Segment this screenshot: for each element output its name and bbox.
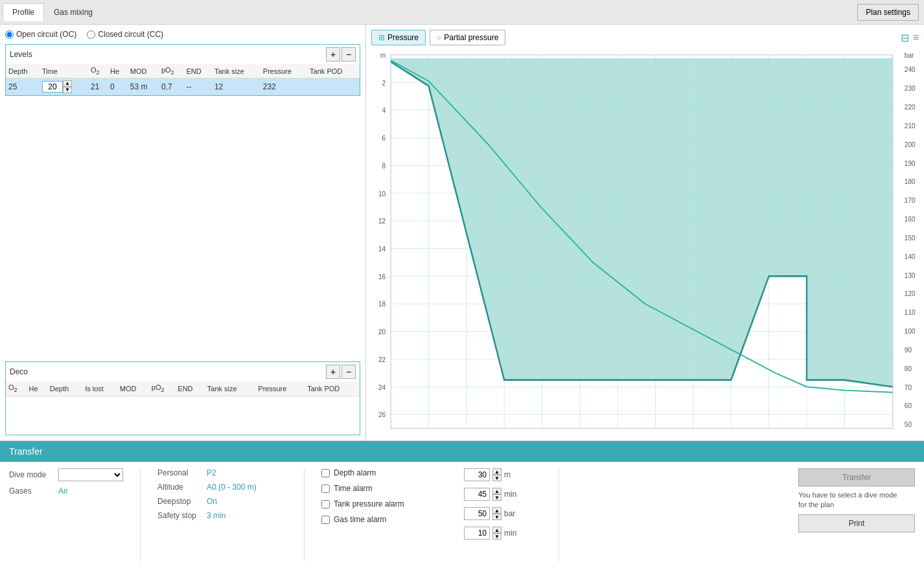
partial-label: Partial pressure — [444, 33, 498, 42]
svg-text:22': 22' — [802, 435, 811, 435]
pressure-button[interactable]: ⊞ Pressure — [371, 30, 426, 45]
time-input[interactable] — [42, 81, 63, 93]
depth-alarm-checkbox[interactable] — [321, 469, 330, 477]
col-o2: O2 — [88, 64, 108, 78]
svg-text:80: 80 — [905, 365, 912, 372]
svg-text:6': 6' — [502, 435, 507, 435]
gas-time-alarm-down[interactable]: ▼ — [492, 533, 502, 540]
altitude-row: Altitude A0 (0 - 300 m) — [157, 483, 287, 492]
levels-add-button[interactable]: + — [326, 47, 340, 62]
svg-text:2': 2' — [426, 435, 432, 435]
altitude-value: A0 (0 - 300 m) — [207, 483, 257, 492]
deco-header: Deco + − — [6, 362, 360, 382]
deco-title: Deco — [10, 367, 28, 376]
time-down[interactable]: ▼ — [63, 87, 72, 93]
svg-text:22: 22 — [378, 356, 386, 363]
settings-icon[interactable]: ≡ — [913, 32, 919, 44]
tank-pressure-alarm-label: Tank pressure alarm — [334, 499, 404, 508]
pressure-label: Pressure — [387, 33, 419, 42]
svg-text:4: 4 — [382, 107, 386, 114]
deco-col-end: END — [175, 382, 205, 396]
cell-tank-pod — [307, 78, 360, 96]
deco-remove-button[interactable]: − — [341, 365, 356, 379]
tank-pressure-alarm-row: Tank pressure alarm — [321, 499, 451, 508]
svg-text:24: 24 — [378, 383, 386, 391]
svg-text:230: 230 — [905, 85, 916, 92]
open-circuit-radio[interactable] — [5, 30, 14, 39]
depth-alarm-up[interactable]: ▲ — [492, 468, 502, 475]
svg-text:170: 170 — [905, 197, 916, 204]
depth-alarm-down[interactable]: ▼ — [492, 475, 502, 481]
levels-remove-button[interactable]: − — [341, 47, 356, 62]
gas-time-alarm-spin: ▲ ▼ — [492, 527, 502, 540]
gas-time-alarm-checkbox[interactable] — [321, 516, 330, 524]
deco-buttons: + − — [326, 365, 356, 379]
alarm-checkboxes: Depth alarm Time alarm Tank pressure ala… — [321, 468, 451, 562]
col-pressure: Pressure — [260, 64, 307, 78]
transfer-col-info: Personal P2 Altitude A0 (0 - 300 m) Deep… — [157, 468, 287, 562]
filter-icon[interactable]: ⊟ — [901, 32, 909, 44]
cell-end: -- — [184, 78, 212, 96]
svg-text:150: 150 — [905, 234, 916, 242]
dive-mode-select[interactable] — [58, 468, 123, 481]
depth-alarm-row: Depth alarm — [321, 468, 451, 477]
time-alarm-down[interactable]: ▼ — [492, 494, 502, 501]
svg-text:4': 4' — [464, 435, 469, 435]
gas-time-alarm-up[interactable]: ▲ — [492, 527, 502, 533]
partial-pressure-button[interactable]: ○ Partial pressure — [430, 30, 505, 45]
tab-profile[interactable]: Profile — [3, 3, 44, 21]
gas-time-alarm-label: Gas time alarm — [334, 515, 386, 524]
depth-alarm-unit: m — [504, 470, 511, 479]
left-panel: Open circuit (OC) Closed circuit (CC) Le… — [0, 25, 366, 440]
cell-o2: 21 — [88, 78, 108, 96]
tank-pressure-alarm-val-row: ▲ ▼ bar — [464, 507, 542, 520]
svg-text:210: 210 — [905, 122, 916, 130]
time-alarm-checkbox[interactable] — [321, 484, 330, 493]
time-alarm-row: Time alarm — [321, 484, 451, 493]
deco-add-button[interactable]: + — [326, 365, 340, 379]
time-alarm-input[interactable] — [464, 488, 490, 501]
pressure-icon: ⊞ — [378, 33, 385, 42]
col-end: END — [184, 64, 212, 78]
cell-tank-size: 12 — [212, 78, 260, 96]
cell-mod: 53 m — [128, 78, 159, 96]
safety-stop-row: Safety stop 3 min — [157, 511, 287, 520]
svg-text:200: 200 — [905, 141, 916, 148]
safety-stop-value: 3 min — [207, 511, 225, 520]
dive-mode-row: Dive mode — [9, 468, 123, 481]
tank-pressure-alarm-checkbox[interactable] — [321, 500, 330, 508]
closed-circuit-label: Closed circuit (CC) — [98, 30, 163, 39]
cell-depth: 25 — [6, 78, 40, 96]
divider-2 — [304, 468, 305, 562]
print-button[interactable]: Print — [798, 514, 915, 532]
tab-gas-mixing[interactable]: Gas mixing — [44, 3, 102, 21]
svg-text:60: 60 — [905, 402, 912, 409]
depth-alarm-spin: ▲ ▼ — [492, 468, 502, 481]
depth-alarm-input[interactable] — [464, 468, 490, 481]
tank-pressure-alarm-input[interactable] — [464, 507, 490, 520]
gas-time-alarm-val-row: ▲ ▼ min — [464, 527, 542, 540]
time-alarm-up[interactable]: ▲ — [492, 488, 502, 494]
chart-area: ⊞ Pressure ○ Partial pressure ⊟ ≡ — [366, 25, 924, 440]
svg-text:12: 12 — [378, 218, 386, 225]
svg-text:18: 18 — [378, 301, 386, 308]
main-content: Open circuit (OC) Closed circuit (CC) Le… — [0, 25, 924, 440]
time-up[interactable]: ▲ — [63, 80, 72, 87]
tank-pressure-alarm-up[interactable]: ▲ — [492, 507, 502, 514]
closed-circuit-radio[interactable] — [87, 30, 95, 39]
open-circuit-option[interactable]: Open circuit (OC) — [5, 30, 76, 39]
closed-circuit-option[interactable]: Closed circuit (CC) — [87, 30, 163, 39]
deco-col-po2: pO2 — [149, 382, 176, 396]
chart-filter-area: ⊟ ≡ — [901, 32, 919, 44]
cell-time[interactable]: ▲ ▼ — [40, 78, 88, 96]
table-row: 25 ▲ ▼ 21 0 53 m — [6, 78, 360, 96]
svg-text:10': 10' — [575, 435, 584, 435]
gas-time-alarm-input[interactable] — [464, 527, 490, 540]
col-he: He — [108, 64, 128, 78]
transfer-button[interactable]: Transfer — [798, 468, 915, 486]
deco-header-row: O2 He Depth Is lost MOD pO2 END Tank siz… — [6, 382, 360, 396]
col-mod: MOD — [128, 64, 159, 78]
tank-pressure-alarm-down[interactable]: ▼ — [492, 514, 502, 520]
plan-settings-button[interactable]: Plan settings — [857, 4, 919, 21]
svg-text:160: 160 — [905, 216, 916, 223]
